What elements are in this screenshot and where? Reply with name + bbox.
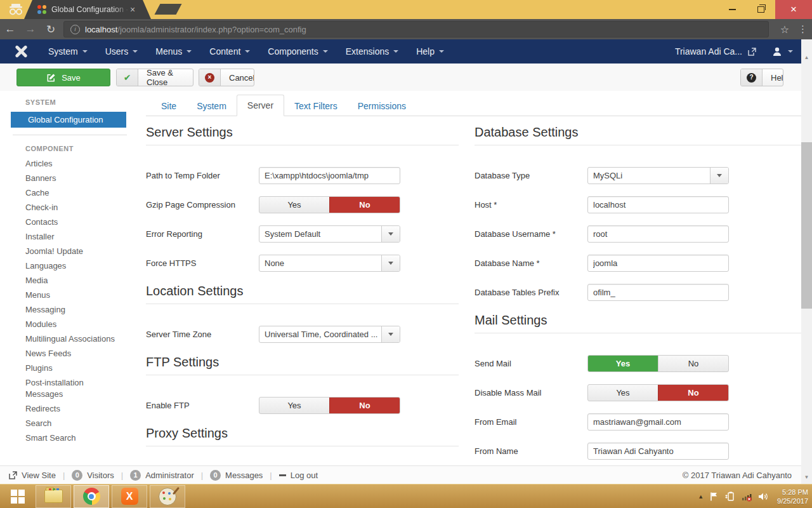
help-label: Help	[763, 69, 783, 86]
save-close-button[interactable]: ✔ Save & Close	[116, 69, 193, 86]
sidebar-divider	[13, 135, 127, 135]
action-center-flag-icon[interactable]	[709, 491, 719, 502]
sidebar-item-check-in[interactable]: Check-in	[25, 202, 121, 213]
sidebar-item-redirects[interactable]: Redirects	[25, 403, 121, 415]
user-icon[interactable]	[772, 46, 782, 57]
send-mail-yes-button[interactable]: Yes	[588, 356, 658, 371]
browser-menu-icon[interactable]: ⋮	[794, 23, 812, 35]
tab-server[interactable]: Server	[237, 95, 284, 116]
user-name-link[interactable]: Triawan Adi Ca...	[675, 46, 742, 57]
restore-button[interactable]	[747, 0, 775, 19]
sidebar-item-menus[interactable]: Menus	[25, 290, 121, 301]
sidebar-item-cache[interactable]: Cache	[25, 187, 121, 199]
tab-permissions[interactable]: Permissions	[348, 96, 416, 116]
mass-mail-yes-button[interactable]: Yes	[588, 385, 658, 401]
taskbar-xampp[interactable]: X	[112, 485, 147, 508]
sidebar-item-languages[interactable]: Languages	[25, 260, 121, 272]
sidebar-item-contacts[interactable]: Contacts	[25, 217, 121, 228]
sidebar-item-smart-search[interactable]: Smart Search	[25, 432, 121, 444]
path-temp-input[interactable]	[259, 167, 400, 184]
messages-link[interactable]: 0 Messages	[210, 470, 263, 481]
taskbar-file-explorer[interactable]	[36, 485, 71, 508]
taskbar-clock[interactable]: 5:28 PM 9/25/2017	[777, 488, 808, 505]
menu-users[interactable]: Users	[96, 39, 147, 64]
cancel-button[interactable]: × Cancel	[199, 69, 254, 86]
bookmark-star-icon[interactable]: ☆	[775, 23, 794, 36]
page-scrollbar[interactable]: ▲ ▼	[801, 39, 812, 484]
minimize-button[interactable]	[718, 0, 747, 19]
force-https-select[interactable]: None	[259, 255, 400, 272]
sidebar-item-media[interactable]: Media	[25, 275, 121, 286]
tab-site[interactable]: Site	[151, 96, 187, 116]
minimize-icon	[729, 9, 736, 10]
menu-system[interactable]: System	[39, 39, 96, 64]
taskbar-chrome[interactable]	[74, 485, 109, 508]
menu-menus[interactable]: Menus	[147, 39, 200, 64]
scroll-up-icon[interactable]: ▲	[801, 55, 812, 60]
sidebar-item-global-configuration[interactable]: Global Configuration	[11, 112, 126, 128]
network-icon[interactable]	[742, 491, 752, 502]
help-button[interactable]: ? Help	[740, 69, 783, 86]
gzip-no-button[interactable]: No	[329, 197, 400, 213]
send-mail-no-button[interactable]: No	[658, 356, 728, 371]
db-prefix-input[interactable]	[587, 284, 729, 301]
ftp-no-button[interactable]: No	[329, 398, 400, 413]
page-info-icon[interactable]: i	[70, 25, 80, 34]
sidebar-item-post-installation-messages[interactable]: Post-installation Messages	[25, 377, 121, 400]
menu-content[interactable]: Content	[200, 39, 259, 64]
reload-icon[interactable]: ↻	[41, 23, 61, 36]
sidebar-item-installer[interactable]: Installer	[25, 231, 121, 243]
db-type-label: Database Type	[475, 171, 587, 180]
sidebar-item-modules[interactable]: Modules	[25, 319, 121, 330]
from-email-input[interactable]	[587, 413, 729, 431]
sidebar-item-search[interactable]: Search	[25, 418, 121, 429]
close-button[interactable]: ×	[775, 0, 812, 19]
tab-text-filters[interactable]: Text Filters	[284, 96, 348, 116]
mass-mail-no-button[interactable]: No	[658, 385, 728, 401]
chevron-down-icon[interactable]	[710, 168, 728, 184]
chevron-down-icon[interactable]	[381, 255, 400, 271]
tab-close-icon[interactable]: ×	[130, 5, 135, 14]
administrator-link[interactable]: 1 Administrator	[130, 470, 194, 481]
sidebar-item-messaging[interactable]: Messaging	[25, 304, 121, 316]
browser-tab[interactable]: Global Configuration - Tr ×	[24, 0, 151, 19]
hidden-icons-icon[interactable]: ▲	[698, 493, 704, 500]
host-input[interactable]	[587, 196, 729, 213]
from-name-input[interactable]	[587, 443, 729, 460]
scrollbar-thumb[interactable]	[801, 142, 812, 309]
new-tab-button[interactable]	[154, 4, 181, 15]
sidebar-item-articles[interactable]: Articles	[25, 158, 121, 170]
scroll-down-icon[interactable]: ▼	[801, 474, 812, 480]
view-site-link[interactable]: View Site	[9, 471, 56, 480]
forward-icon[interactable]: →	[20, 23, 41, 36]
start-button[interactable]	[0, 485, 36, 508]
tab-system[interactable]: System	[187, 96, 237, 116]
url-bar[interactable]: i localhost/joomla/administrator/index.p…	[63, 21, 769, 37]
gzip-yes-button[interactable]: Yes	[259, 197, 329, 213]
timezone-select[interactable]: Universal Time, Coordinated ...	[259, 326, 400, 343]
sidebar-item-banners[interactable]: Banners	[25, 173, 121, 184]
error-reporting-select[interactable]: System Default	[259, 225, 400, 243]
field-row: Force HTTPS None	[146, 255, 459, 272]
db-username-input[interactable]	[587, 225, 729, 243]
visitors-link[interactable]: 0 Visitors	[72, 470, 114, 481]
ftp-yes-button[interactable]: Yes	[259, 398, 329, 413]
menu-extensions[interactable]: Extensions	[337, 39, 407, 64]
section-divider	[146, 145, 459, 145]
back-icon[interactable]: ←	[0, 23, 20, 36]
menu-components[interactable]: Components	[259, 39, 336, 64]
db-name-input[interactable]	[587, 255, 729, 272]
taskbar-paint[interactable]	[150, 485, 185, 508]
sidebar-item-news-feeds[interactable]: News Feeds	[25, 348, 121, 359]
sidebar-item-plugins[interactable]: Plugins	[25, 363, 121, 374]
chevron-down-icon[interactable]	[381, 226, 400, 242]
sidebar-item-multilingual-associations[interactable]: Multilingual Associations	[25, 333, 121, 345]
chevron-down-icon[interactable]	[381, 326, 400, 342]
save-button[interactable]: Save	[16, 69, 110, 86]
logout-link[interactable]: Log out	[279, 471, 318, 480]
sidebar-item-joomla-update[interactable]: Joomla! Update	[25, 246, 121, 257]
battery-icon[interactable]	[725, 491, 736, 502]
db-type-select[interactable]: MySQLi	[587, 167, 729, 184]
menu-help[interactable]: Help	[407, 39, 453, 64]
volume-icon[interactable]	[758, 491, 769, 502]
